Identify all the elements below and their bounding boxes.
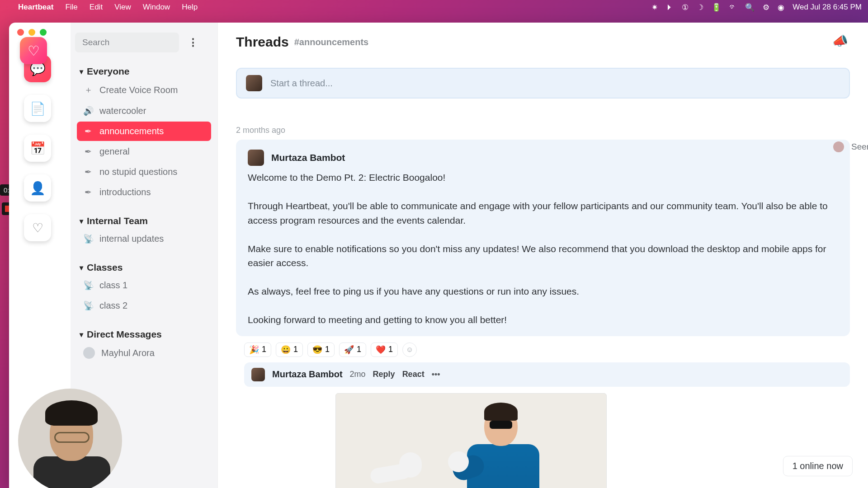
webcam-bubble[interactable] xyxy=(18,389,122,488)
feather-icon: ✒ xyxy=(83,146,93,157)
broadcast-icon: 📡 xyxy=(83,300,93,311)
rail-heart-icon[interactable]: ♡ xyxy=(24,214,51,241)
reply-age: 2mo xyxy=(350,370,366,379)
sidebar-item-announcements[interactable]: ✒announcements xyxy=(77,122,211,141)
presence-pill[interactable]: 1 online now xyxy=(783,456,853,476)
chevron-down-icon: ▾ xyxy=(80,330,83,339)
broadcast-icon: 📡 xyxy=(83,234,93,244)
app-rail: ♡ 💬 📄 📅 👤 ♡ xyxy=(20,37,55,241)
thread-post: Murtaza Bambot Welcome to the Demo Pt. 2… xyxy=(236,140,850,336)
speaker-icon: 🔊 xyxy=(83,106,93,116)
add-reaction-button[interactable]: ☺ xyxy=(402,343,417,357)
megaphone-icon[interactable]: 📣 xyxy=(832,33,848,48)
status-gear-icon[interactable]: ✷ xyxy=(651,3,658,12)
page-header: Threads #announcements xyxy=(218,23,868,54)
plus-icon: ＋ xyxy=(83,84,93,96)
status-dnd-icon[interactable]: ☽ xyxy=(697,3,703,12)
reply-image[interactable] xyxy=(335,393,607,488)
channel-tag: #announcements xyxy=(294,37,368,47)
compose-thread-input[interactable]: Start a thread... xyxy=(236,68,850,99)
menu-view[interactable]: View xyxy=(114,3,131,12)
reaction-pill[interactable]: ❤️1 xyxy=(371,343,398,357)
status-1password-icon[interactable]: ① xyxy=(682,3,689,12)
sidebar-item-class-1[interactable]: 📡class 1 xyxy=(77,276,211,295)
reply-author[interactable]: Murtaza Bambot xyxy=(272,369,343,380)
reaction-pill[interactable]: 😎1 xyxy=(307,343,335,357)
sidebar-item-class-2[interactable]: 📡class 2 xyxy=(77,296,211,315)
compose-placeholder: Start a thread... xyxy=(270,78,333,89)
reaction-pill[interactable]: 😀1 xyxy=(276,343,303,357)
status-siri-icon[interactable]: ◉ xyxy=(778,3,784,12)
seen-avatar xyxy=(833,141,844,152)
avatar xyxy=(248,150,264,166)
reply-reply-button[interactable]: Reply xyxy=(373,370,395,379)
post-body: Welcome to the Demo Pt. 2: Electric Boog… xyxy=(248,170,838,327)
sidebar-item-introductions[interactable]: ✒introductions xyxy=(77,183,211,202)
section-header-internal-team[interactable]: ▾Internal Team xyxy=(77,214,211,228)
post-meta: Seen by 2 Reply React ••• xyxy=(833,141,868,152)
timeline-group-label: 2 months ago xyxy=(236,126,850,135)
feather-icon: ✒ xyxy=(83,187,93,197)
reaction-pill[interactable]: 🎉1 xyxy=(244,343,271,357)
broadcast-icon: 📡 xyxy=(83,280,93,291)
section-header-classes[interactable]: ▾Classes xyxy=(77,260,211,275)
sidebar-item-watercooler[interactable]: 🔊watercooler xyxy=(77,101,211,121)
menu-help[interactable]: Help xyxy=(182,3,198,12)
main-pane: Threads #announcements 📣 Start a thread.… xyxy=(218,23,868,488)
section-header-direct-messages[interactable]: ▾Direct Messages xyxy=(77,327,211,342)
search-placeholder: Search xyxy=(82,38,109,47)
sidebar-item-create-voice-room[interactable]: ＋Create Voice Room xyxy=(77,80,211,100)
avatar xyxy=(246,75,262,91)
avatar xyxy=(83,347,95,359)
mac-menubar: Heartbeat File Edit View Window Help ✷ ⏵… xyxy=(0,0,868,14)
status-play-icon[interactable]: ⏵ xyxy=(666,3,674,12)
sidebar-item-no-stupid-questions[interactable]: ✒no stupid questions xyxy=(77,162,211,182)
menubar-clock[interactable]: Wed Jul 28 6:45 PM xyxy=(793,3,862,12)
feather-icon: ✒ xyxy=(83,126,93,136)
rail-calendar-icon[interactable]: 📅 xyxy=(24,135,51,162)
menu-window[interactable]: Window xyxy=(143,3,170,12)
rail-people-icon[interactable]: 👤 xyxy=(24,174,51,202)
menubar-app-name[interactable]: Heartbeat xyxy=(18,3,53,12)
rail-app-icon[interactable]: ♡ xyxy=(20,37,47,64)
menu-edit[interactable]: Edit xyxy=(90,3,103,12)
menu-file[interactable]: File xyxy=(65,3,77,12)
status-spotlight-icon[interactable]: 🔍 xyxy=(745,3,755,12)
status-control-center-icon[interactable]: ⚙ xyxy=(763,3,769,12)
feather-icon: ✒ xyxy=(83,167,93,177)
chevron-down-icon: ▾ xyxy=(80,263,83,272)
reaction-bar: 🎉1 😀1 😎1 🚀1 ❤️1 ☺ xyxy=(244,343,850,357)
status-wifi-icon[interactable]: ᯤ xyxy=(729,3,737,12)
seen-by-label[interactable]: Seen by 2 xyxy=(851,142,868,152)
reply-react-button[interactable]: React xyxy=(402,370,425,379)
sidebar-item-general[interactable]: ✒general xyxy=(77,142,211,161)
section-header-everyone[interactable]: ▾Everyone xyxy=(77,64,211,79)
avatar xyxy=(251,368,265,381)
search-input[interactable]: Search xyxy=(75,33,179,52)
chevron-down-icon: ▾ xyxy=(80,67,83,76)
status-battery-icon[interactable]: 🔋 xyxy=(712,3,721,12)
sidebar-item-dm-mayhul[interactable]: Mayhul Arora xyxy=(77,343,211,363)
more-icon[interactable]: ••• xyxy=(432,370,440,379)
app-window: Search ⋮ ▾Everyone ＋Create Voice Room 🔊w… xyxy=(9,23,868,488)
post-author[interactable]: Murtaza Bambot xyxy=(271,152,345,163)
reaction-pill[interactable]: 🚀1 xyxy=(339,343,366,357)
thread-reply: Murtaza Bambot 2mo Reply React ••• xyxy=(244,362,850,387)
rail-docs-icon[interactable]: 📄 xyxy=(24,95,51,122)
chevron-down-icon: ▾ xyxy=(80,217,83,225)
sidebar-menu-button[interactable]: ⋮ xyxy=(188,37,198,48)
sidebar-item-internal-updates[interactable]: 📡internal updates xyxy=(77,229,211,249)
page-title: Threads xyxy=(236,34,289,50)
